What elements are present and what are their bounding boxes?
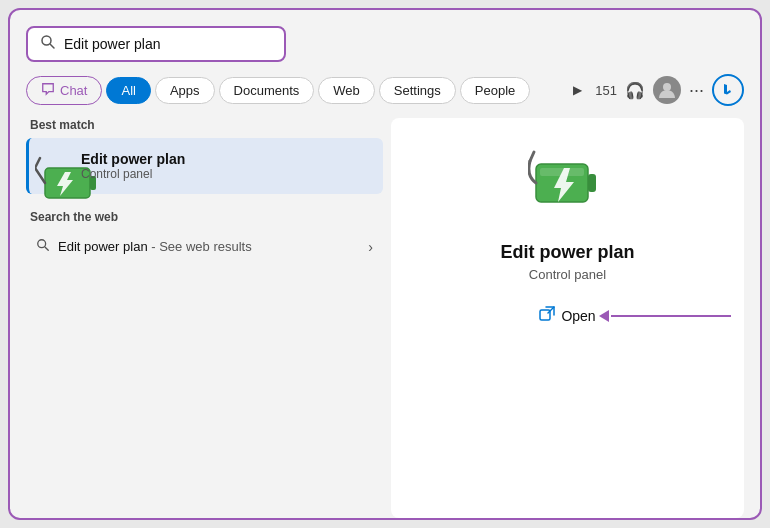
svg-line-1	[51, 45, 55, 49]
tab-chat[interactable]: Chat	[26, 76, 102, 105]
svg-line-6	[35, 168, 45, 183]
svg-point-8	[38, 240, 46, 248]
tab-web[interactable]: Web	[318, 77, 375, 104]
search-icon	[40, 34, 56, 54]
chevron-right-icon: ›	[368, 239, 373, 255]
play-button[interactable]: ▶	[563, 76, 591, 104]
tab-apps-label: Apps	[170, 83, 200, 98]
headset-icon: 🎧	[625, 81, 645, 100]
web-search-text: Edit power plan - See web results	[58, 239, 360, 254]
arrow-line	[611, 315, 731, 317]
web-search-item[interactable]: Edit power plan - See web results ›	[26, 230, 383, 263]
right-panel: Edit power plan Control panel Open	[391, 118, 744, 518]
bing-button[interactable]	[712, 74, 744, 106]
best-match-text: Edit power plan Control panel	[81, 151, 185, 181]
app-icon-large	[528, 146, 608, 226]
more-button[interactable]: ···	[685, 80, 708, 101]
result-count: 151	[595, 83, 617, 98]
right-panel-title: Edit power plan	[500, 242, 634, 263]
svg-rect-11	[588, 174, 596, 192]
search-window: Chat All Apps Documents Web Settings Peo…	[8, 8, 762, 520]
best-match-label: Best match	[26, 118, 383, 132]
tab-documents-label: Documents	[234, 83, 300, 98]
web-search-suffix: - See web results	[151, 239, 251, 254]
svg-point-0	[42, 36, 51, 45]
tab-settings[interactable]: Settings	[379, 77, 456, 104]
open-label: Open	[561, 308, 595, 324]
web-search-icon	[36, 238, 50, 255]
web-search-highlight: Edit power plan	[58, 239, 148, 254]
chat-icon	[41, 82, 55, 99]
open-external-icon	[539, 306, 555, 326]
right-panel-subtitle: Control panel	[529, 267, 606, 282]
search-bar-container	[26, 26, 744, 62]
tab-apps[interactable]: Apps	[155, 77, 215, 104]
search-web-label: Search the web	[26, 210, 383, 224]
search-bar[interactable]	[26, 26, 286, 62]
tabs-row: Chat All Apps Documents Web Settings Peo…	[26, 74, 744, 106]
tab-people[interactable]: People	[460, 77, 530, 104]
tab-documents[interactable]: Documents	[219, 77, 315, 104]
best-match-subtitle: Control panel	[81, 167, 185, 181]
arrow-annotation	[599, 310, 731, 322]
svg-point-2	[663, 83, 671, 91]
best-match-item[interactable]: Edit power plan Control panel	[26, 138, 383, 194]
tab-people-label: People	[475, 83, 515, 98]
tab-web-label: Web	[333, 83, 360, 98]
svg-line-7	[35, 158, 40, 168]
tab-settings-label: Settings	[394, 83, 441, 98]
arrow-head	[599, 310, 609, 322]
power-plan-icon	[35, 148, 71, 184]
open-button[interactable]: Open	[539, 306, 595, 326]
main-content: Best match	[26, 118, 744, 518]
open-action-row: Open	[539, 306, 595, 326]
svg-line-9	[45, 247, 48, 250]
best-match-title: Edit power plan	[81, 151, 185, 167]
left-panel: Best match	[26, 118, 391, 518]
user-avatar[interactable]	[653, 76, 681, 104]
search-input[interactable]	[64, 36, 272, 52]
tab-all-label: All	[121, 83, 135, 98]
tab-all[interactable]: All	[106, 77, 150, 104]
tab-chat-label: Chat	[60, 83, 87, 98]
